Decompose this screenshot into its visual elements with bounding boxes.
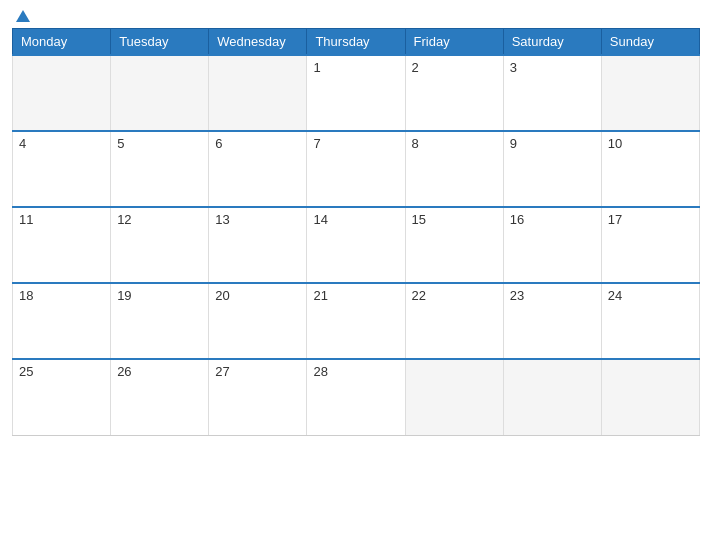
day-cell: 8 (405, 131, 503, 207)
day-cell (13, 55, 111, 131)
calendar-grid: MondayTuesdayWednesdayThursdayFridaySatu… (12, 28, 700, 436)
day-cell (209, 55, 307, 131)
day-number: 6 (215, 136, 222, 151)
day-number: 24 (608, 288, 622, 303)
day-number: 10 (608, 136, 622, 151)
weekday-header-saturday: Saturday (503, 29, 601, 56)
week-row-4: 25262728 (13, 359, 700, 435)
day-cell: 5 (111, 131, 209, 207)
week-row-1: 45678910 (13, 131, 700, 207)
day-cell: 6 (209, 131, 307, 207)
day-cell (601, 55, 699, 131)
day-cell: 16 (503, 207, 601, 283)
day-number: 14 (313, 212, 327, 227)
day-number: 26 (117, 364, 131, 379)
header-row (12, 10, 700, 22)
calendar-container: MondayTuesdayWednesdayThursdayFridaySatu… (0, 0, 712, 550)
day-cell (601, 359, 699, 435)
day-number: 23 (510, 288, 524, 303)
day-cell: 12 (111, 207, 209, 283)
logo-blue-text (12, 10, 30, 22)
day-number: 21 (313, 288, 327, 303)
day-cell: 23 (503, 283, 601, 359)
weekday-header-wednesday: Wednesday (209, 29, 307, 56)
day-number: 1 (313, 60, 320, 75)
day-cell: 19 (111, 283, 209, 359)
day-number: 7 (313, 136, 320, 151)
day-cell: 24 (601, 283, 699, 359)
day-cell (111, 55, 209, 131)
day-number: 11 (19, 212, 33, 227)
day-cell: 15 (405, 207, 503, 283)
day-cell: 20 (209, 283, 307, 359)
day-number: 20 (215, 288, 229, 303)
day-number: 12 (117, 212, 131, 227)
day-cell: 10 (601, 131, 699, 207)
day-number: 2 (412, 60, 419, 75)
weekday-header-tuesday: Tuesday (111, 29, 209, 56)
logo-triangle-icon (16, 10, 30, 22)
day-cell: 11 (13, 207, 111, 283)
day-number: 8 (412, 136, 419, 151)
day-number: 16 (510, 212, 524, 227)
day-number: 22 (412, 288, 426, 303)
day-number: 5 (117, 136, 124, 151)
day-cell: 18 (13, 283, 111, 359)
day-cell: 14 (307, 207, 405, 283)
weekday-header-monday: Monday (13, 29, 111, 56)
day-cell: 4 (13, 131, 111, 207)
day-cell: 22 (405, 283, 503, 359)
weekday-header-row: MondayTuesdayWednesdayThursdayFridaySatu… (13, 29, 700, 56)
day-number: 17 (608, 212, 622, 227)
day-cell: 21 (307, 283, 405, 359)
day-cell: 2 (405, 55, 503, 131)
week-row-0: 123 (13, 55, 700, 131)
day-cell: 27 (209, 359, 307, 435)
day-cell: 1 (307, 55, 405, 131)
day-cell: 3 (503, 55, 601, 131)
week-row-2: 11121314151617 (13, 207, 700, 283)
day-cell (503, 359, 601, 435)
weekday-header-sunday: Sunday (601, 29, 699, 56)
day-number: 9 (510, 136, 517, 151)
day-cell: 9 (503, 131, 601, 207)
weekday-header-friday: Friday (405, 29, 503, 56)
day-number: 25 (19, 364, 33, 379)
day-cell: 28 (307, 359, 405, 435)
day-number: 28 (313, 364, 327, 379)
day-cell: 17 (601, 207, 699, 283)
week-row-3: 18192021222324 (13, 283, 700, 359)
day-number: 4 (19, 136, 26, 151)
day-number: 13 (215, 212, 229, 227)
day-number: 18 (19, 288, 33, 303)
weekday-header-thursday: Thursday (307, 29, 405, 56)
day-number: 3 (510, 60, 517, 75)
day-number: 15 (412, 212, 426, 227)
day-number: 19 (117, 288, 131, 303)
day-cell: 7 (307, 131, 405, 207)
day-cell: 26 (111, 359, 209, 435)
day-cell: 13 (209, 207, 307, 283)
logo (12, 10, 30, 22)
day-cell (405, 359, 503, 435)
day-number: 27 (215, 364, 229, 379)
day-cell: 25 (13, 359, 111, 435)
